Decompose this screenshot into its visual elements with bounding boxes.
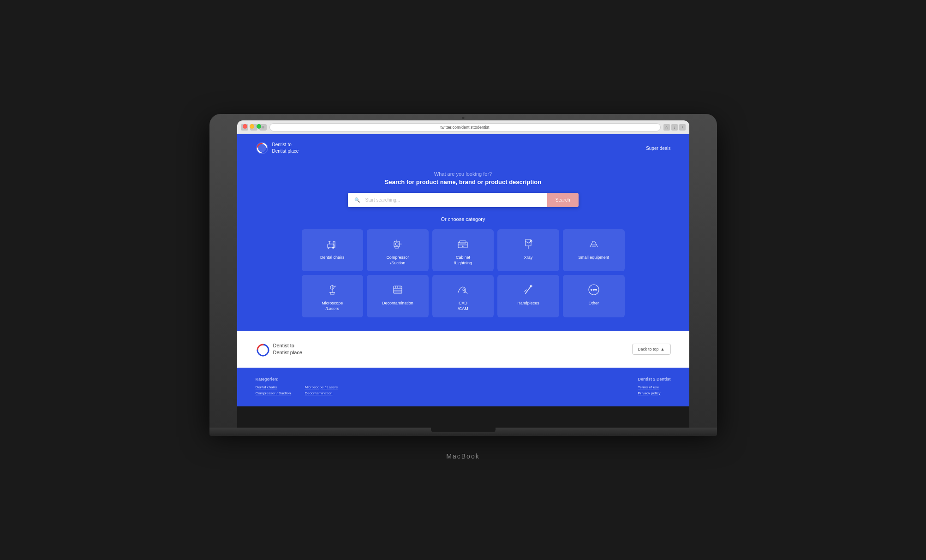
- hero-subtitle: What are you looking for?: [256, 171, 671, 177]
- screen-bezel: ‹ › ⊞ twitter.com/dentisttodentist ☆ ↓ ⋮: [237, 120, 689, 428]
- small-equipment-icon: [567, 237, 621, 251]
- browser-actions: ☆ ↓ ⋮: [663, 124, 686, 131]
- back-to-top-label: Back to top: [638, 347, 659, 351]
- search-bar: 🔍 Start searching... Search: [348, 193, 579, 207]
- footer-logo-area: Dentist to Dentist place: [256, 342, 303, 357]
- footer-categories-col: Kategorien: Dental chairs Microscope / L…: [256, 377, 341, 397]
- category-handpieces[interactable]: Handpieces: [497, 275, 559, 317]
- category-cad-cam[interactable]: CAD/CAM: [432, 275, 494, 317]
- bookmark-icon[interactable]: ☆: [663, 124, 670, 131]
- handpieces-icon: [501, 282, 556, 297]
- decontamination-label: Decontamination: [370, 301, 425, 306]
- back-to-top-button[interactable]: Back to top ▲: [632, 344, 671, 355]
- svg-point-33: [591, 289, 592, 291]
- download-icon[interactable]: ↓: [671, 124, 678, 131]
- browser-chrome: ‹ › ⊞ twitter.com/dentisttodentist ☆ ↓ ⋮: [237, 120, 689, 134]
- xray-label: Xray: [501, 255, 556, 261]
- svg-point-30: [463, 289, 465, 291]
- other-label: Other: [567, 301, 621, 306]
- svg-rect-7: [394, 241, 400, 247]
- svg-point-34: [593, 289, 594, 291]
- search-input-wrapper[interactable]: 🔍 Start searching...: [348, 193, 547, 207]
- svg-point-35: [595, 289, 597, 291]
- footer-categories-links: Dental chairs Microscope / Lasers Compre…: [256, 385, 341, 395]
- other-icon: [567, 282, 621, 297]
- super-deals-link[interactable]: Super deals: [646, 146, 670, 151]
- hero-title: Search for product name, brand or produc…: [256, 179, 671, 185]
- macbook-base: [209, 428, 717, 436]
- footer-company-col: Dentist 2 Dentist Terms of use Privacy p…: [638, 377, 670, 397]
- footer-link-microscope[interactable]: Microscope / Lasers: [305, 385, 340, 389]
- svg-point-15: [462, 246, 463, 247]
- category-dental-chairs[interactable]: Dental chairs: [302, 229, 364, 271]
- footer-logo-text: Dentist to Dentist place: [273, 342, 303, 357]
- dental-chairs-label: Dental chairs: [305, 255, 360, 261]
- category-grid-row1: Dental chairs Compressor/Suction: [302, 229, 625, 271]
- macbook-body: ‹ › ⊞ twitter.com/dentisttodentist ☆ ↓ ⋮: [209, 114, 717, 428]
- category-label: Or choose category: [256, 216, 671, 222]
- compressor-icon: [370, 237, 425, 251]
- microscope-icon: [305, 282, 360, 297]
- svg-rect-11: [395, 247, 399, 248]
- hero-section: What are you looking for? Search for pro…: [237, 162, 689, 331]
- xray-icon: [501, 237, 556, 251]
- svg-rect-16: [526, 239, 531, 246]
- footer-privacy-link[interactable]: Privacy policy: [638, 391, 670, 395]
- small-equipment-label: Small equipment: [567, 255, 621, 261]
- url-text: twitter.com/dentisttodentist: [440, 125, 489, 130]
- site-header: Dentist to Dentist place Super deals: [237, 134, 689, 162]
- handpieces-label: Handpieces: [501, 301, 556, 306]
- svg-line-22: [334, 286, 336, 287]
- macbook-label: MacBook: [446, 453, 479, 460]
- webcam-dot: [462, 117, 464, 119]
- cabinet-icon: [436, 237, 490, 251]
- back-to-top-arrow: ▲: [661, 347, 665, 351]
- category-xray[interactable]: Xray: [497, 229, 559, 271]
- category-compressor[interactable]: Compressor/Suction: [367, 229, 429, 271]
- category-other[interactable]: Other: [563, 275, 625, 317]
- categories-heading: Kategorien:: [256, 377, 341, 381]
- minimize-button[interactable]: [250, 124, 254, 129]
- cad-cam-icon: [436, 282, 490, 297]
- compressor-label: Compressor/Suction: [370, 255, 425, 266]
- category-decontamination[interactable]: Decontamination: [367, 275, 429, 317]
- logo-icon: [256, 142, 269, 155]
- logo-area: Dentist to Dentist place: [256, 142, 299, 155]
- close-button[interactable]: [243, 124, 247, 129]
- footer-terms-link[interactable]: Terms of use: [638, 385, 670, 389]
- footer-logo-icon: [256, 343, 269, 356]
- category-grid-row2: Microscope/Lasers Decontamination: [302, 275, 625, 317]
- address-bar[interactable]: twitter.com/dentisttodentist: [269, 123, 661, 131]
- category-small-equipment[interactable]: Small equipment: [563, 229, 625, 271]
- cad-cam-label: CAD/CAM: [436, 301, 490, 311]
- footer-bottom: Kategorien: Dental chairs Microscope / L…: [237, 368, 689, 406]
- dental-chairs-icon: [305, 237, 360, 251]
- search-placeholder: Start searching...: [365, 197, 400, 203]
- microscope-label: Microscope/Lasers: [305, 301, 360, 311]
- website-content: Dentist to Dentist place Super deals Wha…: [237, 134, 689, 428]
- decontamination-icon: [370, 282, 425, 297]
- macbook-wrapper: ‹ › ⊞ twitter.com/dentisttodentist ☆ ↓ ⋮: [209, 114, 717, 446]
- header-logo-text: Dentist to Dentist place: [272, 142, 299, 155]
- footer-link-compressor[interactable]: Compressor / Suction: [256, 391, 291, 395]
- maximize-button[interactable]: [257, 124, 261, 129]
- footer-link-dental-chairs[interactable]: Dental chairs: [256, 385, 291, 389]
- svg-point-8: [395, 243, 398, 245]
- search-icon: 🔍: [354, 197, 360, 203]
- more-icon[interactable]: ⋮: [679, 124, 686, 131]
- cabinet-label: Cabinet/Lightning: [436, 255, 490, 266]
- category-cabinet[interactable]: Cabinet/Lightning: [432, 229, 494, 271]
- category-microscope[interactable]: Microscope/Lasers: [302, 275, 364, 317]
- footer-link-decontamination[interactable]: Decontamination: [305, 391, 340, 395]
- traffic-lights: [243, 124, 261, 129]
- company-heading: Dentist 2 Dentist: [638, 377, 670, 381]
- footer-top: Dentist to Dentist place Back to top ▲: [237, 331, 689, 368]
- search-button[interactable]: Search: [547, 193, 579, 207]
- macbook-notch: [431, 428, 496, 432]
